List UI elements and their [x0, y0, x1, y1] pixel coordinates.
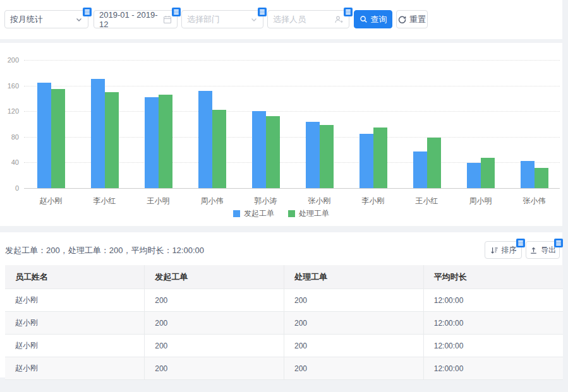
x-axis-label: 郭小涛 — [239, 196, 293, 206]
date-range-value: 2019-01 - 2019-12 — [99, 10, 163, 29]
stat-type-select[interactable]: 按月统计 — [4, 10, 88, 28]
reset-button-label: 重置 — [409, 14, 426, 25]
table-cell: 12:00:00 — [423, 335, 563, 357]
legend-swatch — [288, 210, 295, 217]
x-axis-label: 周小明 — [454, 196, 507, 206]
legend-item-处理工单[interactable]: 处理工单 — [288, 208, 329, 219]
bar-处理工单-李小红[interactable] — [105, 92, 119, 188]
y-axis-tick: 40 — [0, 158, 19, 166]
x-axis-label: 李小刚 — [346, 196, 400, 206]
bar-处理工单-周小伟[interactable] — [212, 110, 226, 188]
menu-badge-icon[interactable] — [83, 8, 92, 16]
y-axis-tick: 80 — [0, 133, 19, 141]
person-select-input[interactable]: 选择人员 — [267, 10, 349, 28]
date-range-input[interactable]: 2019-01 - 2019-12 — [94, 10, 178, 28]
menu-badge-icon[interactable] — [554, 239, 563, 247]
bar-处理工单-王小红[interactable] — [427, 138, 441, 188]
menu-badge-icon[interactable] — [258, 8, 267, 16]
table-cell: 200 — [284, 312, 424, 335]
y-axis-tick: 120 — [0, 107, 19, 115]
export-button[interactable]: 导出 — [526, 241, 560, 259]
legend-swatch — [233, 210, 240, 217]
query-button[interactable]: 查询 — [354, 10, 392, 28]
x-axis-label: 张小刚 — [293, 196, 346, 206]
person-placeholder: 选择人员 — [273, 14, 334, 25]
chart-card: 20016012080400赵小刚李小红王小明周小伟郭小涛张小刚李小刚王小红周小… — [0, 43, 562, 226]
table-cell: 200 — [284, 289, 424, 312]
department-select[interactable]: 选择部门 — [181, 10, 263, 28]
sort-icon — [490, 246, 499, 254]
bar-发起工单-周小明[interactable] — [467, 163, 481, 188]
person-add-icon — [334, 15, 344, 24]
table-cell: 赵小刚 — [5, 335, 145, 357]
table-cell: 200 — [145, 357, 284, 380]
summary-text: 发起工单：200，处理工单：200，平均时长：12:00:00 — [5, 245, 204, 256]
sort-button[interactable]: 排序 — [485, 241, 522, 259]
bar-发起工单-张小刚[interactable] — [306, 122, 320, 188]
x-axis-label: 李小红 — [78, 196, 131, 206]
table-row[interactable]: 赵小刚20020012:00:00 — [5, 357, 563, 380]
legend-label: 发起工单 — [244, 208, 274, 219]
bar-chart: 20016012080400赵小刚李小红王小明周小伟郭小涛张小刚李小刚王小红周小… — [0, 43, 562, 226]
legend-item-发起工单[interactable]: 发起工单 — [233, 208, 274, 219]
bar-处理工单-王小明[interactable] — [159, 95, 172, 188]
column-header-发起工单: 发起工单 — [145, 265, 284, 289]
menu-badge-icon[interactable] — [344, 8, 353, 16]
bar-发起工单-王小明[interactable] — [145, 97, 159, 188]
table-card: 发起工单：200，处理工单：200，平均时长：12:00:00 排序 导出 员工… — [0, 232, 562, 377]
bar-处理工单-张小伟[interactable] — [535, 168, 548, 188]
bar-发起工单-张小伟[interactable] — [521, 161, 535, 188]
bar-发起工单-郭小涛[interactable] — [252, 111, 266, 188]
x-axis-label: 王小红 — [400, 196, 454, 206]
x-axis-line — [24, 188, 560, 189]
column-header-平均时长: 平均时长 — [423, 265, 563, 289]
workorder-table: 员工姓名发起工单处理工单平均时长 赵小刚20020012:00:00赵小刚200… — [5, 265, 563, 380]
table-cell: 赵小刚 — [5, 289, 145, 312]
table-cell: 赵小刚 — [5, 312, 145, 335]
menu-badge-icon[interactable] — [516, 239, 525, 247]
calendar-icon — [163, 15, 172, 24]
y-axis-tick: 200 — [0, 56, 19, 64]
bar-发起工单-王小红[interactable] — [413, 151, 427, 188]
department-placeholder: 选择部门 — [187, 14, 250, 25]
bar-发起工单-周小伟[interactable] — [198, 91, 212, 188]
stat-type-value: 按月统计 — [10, 14, 75, 25]
query-button-label: 查询 — [371, 14, 387, 25]
menu-badge-icon[interactable] — [172, 8, 181, 16]
bar-处理工单-周小明[interactable] — [481, 158, 495, 188]
bar-处理工单-赵小刚[interactable] — [51, 89, 65, 188]
gridline — [24, 60, 560, 61]
export-icon — [529, 246, 538, 254]
chevron-down-icon — [250, 16, 258, 23]
sort-button-label: 排序 — [502, 245, 517, 256]
x-axis-label: 王小明 — [131, 196, 185, 206]
table-cell: 12:00:00 — [423, 312, 563, 335]
table-cell: 200 — [145, 312, 284, 335]
table-cell: 200 — [145, 335, 284, 357]
column-header-员工姓名: 员工姓名 — [5, 265, 145, 289]
chevron-down-icon — [75, 16, 83, 23]
table-cell: 200 — [145, 289, 284, 312]
bar-处理工单-李小刚[interactable] — [373, 128, 387, 188]
bar-发起工单-赵小刚[interactable] — [37, 83, 51, 188]
table-row[interactable]: 赵小刚20020012:00:00 — [5, 289, 563, 312]
x-axis-label: 赵小刚 — [24, 196, 78, 206]
y-axis-tick: 0 — [0, 184, 19, 192]
bar-发起工单-李小刚[interactable] — [360, 134, 373, 188]
table-row[interactable]: 赵小刚20020012:00:00 — [5, 335, 563, 357]
table-cell: 12:00:00 — [423, 289, 563, 312]
bar-处理工单-郭小涛[interactable] — [266, 116, 280, 188]
y-axis-tick: 160 — [0, 82, 19, 90]
reset-button[interactable]: 重置 — [396, 10, 428, 28]
column-header-处理工单: 处理工单 — [284, 265, 424, 289]
x-axis-label: 张小伟 — [507, 196, 561, 206]
chart-legend: 发起工单处理工单 — [0, 208, 562, 219]
bar-发起工单-李小红[interactable] — [91, 79, 105, 188]
search-icon — [360, 15, 368, 23]
filter-toolbar: 按月统计 2019-01 - 2019-12 选择部门 选择人员 — [0, 0, 562, 39]
table-cell: 200 — [284, 357, 424, 380]
bar-处理工单-张小刚[interactable] — [320, 125, 334, 188]
table-row[interactable]: 赵小刚20020012:00:00 — [5, 312, 563, 335]
table-cell: 200 — [284, 335, 424, 357]
legend-label: 处理工单 — [299, 208, 329, 219]
